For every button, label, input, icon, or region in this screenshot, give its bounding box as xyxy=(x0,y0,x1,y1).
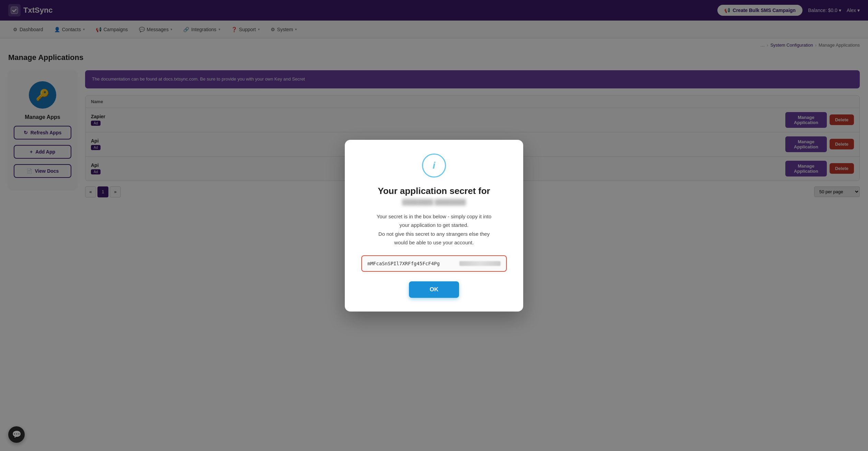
secret-box: mMFcaSnSPIl7XRFfg45FcF4Pg xyxy=(361,255,507,272)
info-icon: i xyxy=(422,154,446,178)
modal-body: Your secret is in the box below - simply… xyxy=(361,212,507,247)
modal-overlay: i Your application secret for ████████ █… xyxy=(0,0,868,451)
ok-button[interactable]: OK xyxy=(409,281,459,298)
secret-value: mMFcaSnSPIl7XRFfg45FcF4Pg xyxy=(367,261,457,266)
secret-blur xyxy=(459,261,501,266)
modal-title: Your application secret for xyxy=(361,186,507,196)
modal-app-name: ████████ ████████ xyxy=(361,199,507,205)
secret-modal: i Your application secret for ████████ █… xyxy=(345,140,523,312)
